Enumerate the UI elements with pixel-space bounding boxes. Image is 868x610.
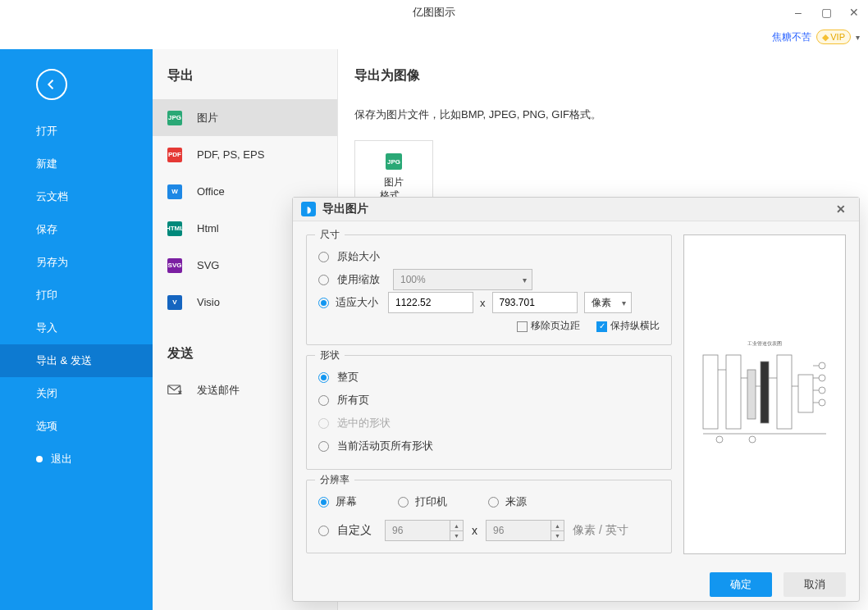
export-item-label: Visio	[197, 296, 220, 308]
sidebar-label: 云文档	[36, 189, 68, 204]
sidebar-item-import[interactable]: 导入	[0, 312, 153, 344]
dialog-close-button[interactable]: ✕	[831, 203, 851, 216]
radio-current-page-shapes[interactable]	[318, 441, 329, 452]
height-input[interactable]	[492, 292, 578, 313]
radio-label: 打印机	[415, 494, 447, 509]
sidebar-label: 导入	[36, 321, 57, 335]
sidebar-item-new[interactable]: 新建	[0, 148, 153, 180]
size-legend: 尺寸	[315, 228, 345, 242]
checkbox-keep-ratio[interactable]: ✓保持纵横比	[596, 319, 660, 333]
cancel-button[interactable]: 取消	[783, 572, 846, 597]
radio-label: 自定义	[337, 523, 377, 538]
svg-text:工业管道仪表图: 工业管道仪表图	[747, 341, 782, 346]
svg-rect-5	[761, 362, 769, 423]
jpg-icon: JPG	[386, 153, 402, 170]
export-heading: 导出	[153, 49, 337, 99]
back-button[interactable]	[36, 69, 67, 100]
export-item-label: SVG	[197, 259, 219, 271]
radio-custom[interactable]	[318, 526, 329, 536]
sidebar-item-print[interactable]: 打印	[0, 279, 153, 312]
svg-rect-6	[777, 355, 792, 429]
sidebar-item-cloud[interactable]: 云文档	[0, 180, 153, 213]
sidebar-item-export-send[interactable]: 导出 & 发送	[0, 344, 153, 377]
sidebar-item-close[interactable]: 关闭	[0, 377, 153, 410]
office-icon: W	[167, 184, 182, 199]
export-item-image[interactable]: JPG 图片	[153, 99, 337, 136]
ok-button[interactable]: 确定	[710, 572, 772, 597]
radio-label: 整页	[337, 370, 359, 385]
close-button[interactable]: ✕	[840, 0, 868, 25]
sidebar-label: 退出	[51, 452, 72, 467]
sidebar-item-open[interactable]: 打开	[0, 115, 153, 148]
panel-title: 导出为图像	[354, 67, 852, 84]
x-separator: x	[480, 297, 486, 309]
svg-rect-4	[747, 370, 756, 419]
radio-screen[interactable]	[318, 497, 329, 508]
svg-point-15	[819, 375, 825, 381]
svg-point-14	[819, 362, 825, 369]
svg-point-17	[819, 399, 825, 406]
sidebar-label: 新建	[36, 157, 57, 171]
dialog-app-icon: ◗	[301, 202, 316, 216]
radio-label: 来源	[505, 494, 527, 509]
export-image-dialog: ◗ 导出图片 ✕ 尺寸 原始大小 使用缩放 100% 适应大小	[292, 197, 860, 602]
export-item-label: PDF, PS, EPS	[197, 148, 264, 161]
user-menu-caret-icon[interactable]: ▾	[856, 33, 860, 42]
export-item-pdf[interactable]: PDF PDF, PS, EPS	[153, 136, 337, 173]
vip-badge[interactable]: ◆ VIP	[816, 30, 851, 44]
mail-icon	[167, 385, 182, 396]
sidebar-label: 另存为	[36, 255, 68, 270]
sidebar-label: 打开	[36, 124, 57, 139]
radio-fit-size[interactable]	[318, 298, 329, 308]
svg-point-22	[716, 436, 723, 443]
vip-label: VIP	[830, 32, 845, 42]
sidebar-label: 关闭	[36, 386, 57, 401]
width-input[interactable]	[388, 292, 473, 313]
dialog-footer: 确定 取消	[293, 567, 859, 601]
sidebar-item-save[interactable]: 保存	[0, 213, 153, 246]
radio-use-scale[interactable]	[318, 275, 329, 285]
sidebar-label: 打印	[36, 288, 57, 303]
checkbox-remove-margin[interactable]: 移除页边距	[517, 319, 580, 333]
sidebar-item-exit[interactable]: 退出	[0, 443, 153, 476]
sidebar-label: 保存	[36, 222, 57, 237]
svg-rect-7	[798, 375, 813, 412]
svg-point-16	[819, 387, 825, 394]
jpg-icon: JPG	[167, 111, 182, 125]
radio-printer[interactable]	[398, 497, 409, 508]
resolution-legend: 分辨率	[315, 473, 354, 487]
radio-label: 屏幕	[336, 494, 357, 509]
dpi-y-spinner[interactable]: ▲▼	[550, 521, 564, 540]
send-item-label: 发送邮件	[197, 383, 240, 398]
svg-point-23	[749, 436, 756, 443]
radio-label: 选中的形状	[337, 416, 391, 430]
radio-label: 所有页	[337, 393, 369, 407]
radio-source[interactable]	[488, 497, 499, 508]
maximize-button[interactable]: ▢	[812, 0, 840, 25]
dpi-unit-label: 像素 / 英寸	[573, 523, 628, 538]
radio-label: 使用缩放	[337, 272, 380, 287]
app-title: 亿图图示	[413, 5, 455, 20]
unit-select[interactable]: 像素	[584, 292, 632, 313]
radio-all-pages[interactable]	[318, 395, 329, 406]
sidebar: 打开 新建 云文档 保存 另存为 打印 导入 导出 & 发送 关闭 选项 退出	[0, 49, 153, 610]
export-item-label: 图片	[197, 111, 218, 125]
sidebar-item-options[interactable]: 选项	[0, 410, 153, 443]
resolution-fieldset: 分辨率 屏幕 打印机 来源 自定义 ▲▼ x ▲▼ 像素 / 英寸	[306, 480, 672, 553]
radio-label: 当前活动页所有形状	[337, 439, 433, 453]
user-bar: 焦糖不苦 ◆ VIP ▾	[0, 25, 868, 49]
exit-dot-icon	[36, 456, 43, 462]
diamond-icon: ◆	[822, 32, 829, 43]
panel-description: 保存为图片文件，比如BMP, JPEG, PNG, GIF格式。	[354, 107, 852, 122]
radio-full-page[interactable]	[318, 372, 329, 383]
minimize-button[interactable]: –	[784, 0, 812, 25]
scale-select[interactable]: 100%	[393, 269, 532, 290]
radio-label: 原始大小	[337, 249, 380, 264]
export-item-label: Office	[197, 185, 225, 198]
dpi-x-spinner[interactable]: ▲▼	[450, 521, 463, 540]
html-icon: HTML	[167, 221, 182, 236]
radio-original-size[interactable]	[318, 252, 329, 262]
user-name[interactable]: 焦糖不苦	[772, 30, 811, 44]
sidebar-item-saveas[interactable]: 另存为	[0, 246, 153, 279]
sidebar-label: 导出 & 发送	[36, 353, 92, 368]
